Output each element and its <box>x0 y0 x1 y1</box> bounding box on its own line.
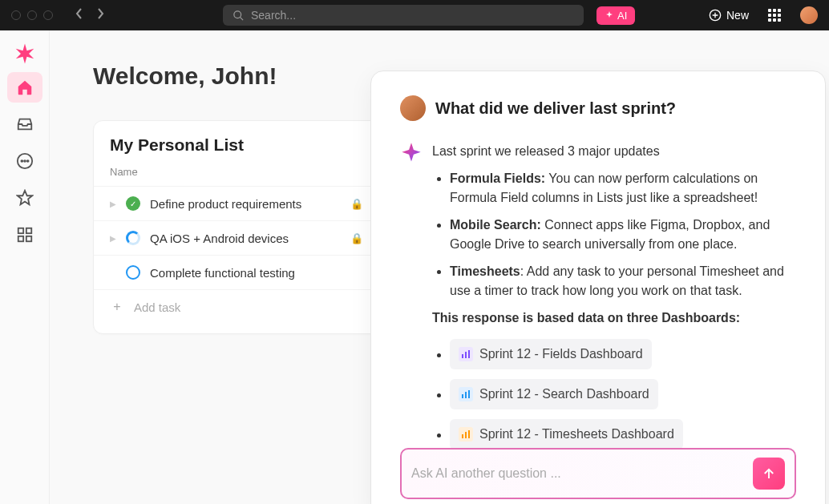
arrow-up-icon <box>762 466 776 481</box>
app-logo[interactable] <box>13 42 37 66</box>
search-icon <box>233 10 245 22</box>
status-open-icon[interactable] <box>126 265 140 280</box>
task-row[interactable]: ▶ Complete functional testing <box>94 255 379 289</box>
grid-icon <box>16 226 34 244</box>
titlebar-right: New <box>709 6 818 24</box>
ai-update-item: Formula Fields: You can now perform calc… <box>450 169 796 208</box>
svg-rect-6 <box>18 228 22 233</box>
chevron-right-icon: ▶ <box>110 200 116 208</box>
name-column-header: Name <box>94 166 379 186</box>
sidebar-favorites[interactable] <box>7 183 42 213</box>
user-avatar[interactable] <box>800 6 818 24</box>
chevron-right-icon: ▶ <box>110 234 116 243</box>
user-avatar-small <box>400 95 426 121</box>
svg-rect-14 <box>465 392 467 398</box>
search-input[interactable]: Search... <box>223 5 584 26</box>
svg-rect-13 <box>462 394 463 398</box>
dashboard-link[interactable]: Sprint 12 - Search Dashboard <box>450 379 658 409</box>
inbox-icon <box>16 115 34 133</box>
dashboard-link[interactable]: Sprint 12 - Timesheets Dashboard <box>450 419 683 448</box>
ai-question-text: What did we deliver last sprint? <box>435 99 676 118</box>
add-task-label: Add task <box>134 300 180 314</box>
list-title: My Personal List <box>94 135 379 166</box>
svg-point-4 <box>24 160 26 162</box>
search-placeholder: Search... <box>251 9 296 22</box>
new-label: New <box>726 9 749 22</box>
task-row[interactable]: ▶ ✓ Define product requirements 🔒 <box>94 186 379 220</box>
ai-sparkle-icon <box>400 142 423 448</box>
svg-rect-17 <box>465 432 467 438</box>
ai-update-item: Mobile Search: Connect apps like Figma, … <box>450 216 796 254</box>
ai-intro: Last sprint we released 3 major updates <box>432 142 796 161</box>
ai-input[interactable] <box>411 466 745 481</box>
more-icon <box>16 152 34 170</box>
svg-rect-15 <box>468 390 470 398</box>
task-name: Define product requirements <box>150 197 301 211</box>
apps-menu-icon[interactable] <box>768 9 781 22</box>
lock-icon: 🔒 <box>350 232 363 244</box>
minimize-window[interactable] <box>27 10 37 20</box>
chart-icon <box>459 387 473 401</box>
ai-answer: Last sprint we released 3 major updates … <box>400 142 796 448</box>
svg-rect-16 <box>462 434 463 438</box>
chart-icon <box>459 347 473 361</box>
status-progress-icon[interactable] <box>126 231 140 245</box>
ai-button[interactable]: AI <box>596 6 635 25</box>
new-button[interactable]: New <box>709 9 749 22</box>
sidebar-home[interactable] <box>7 72 42 103</box>
titlebar: Search... AI New <box>0 0 829 30</box>
home-icon <box>16 79 34 96</box>
sidebar-dashboards[interactable] <box>7 220 42 250</box>
ai-update-item: Timesheets: Add any task to your persona… <box>450 262 796 300</box>
status-done-icon[interactable]: ✓ <box>126 196 140 211</box>
svg-rect-18 <box>468 430 470 438</box>
add-task-button[interactable]: + Add task <box>94 289 379 324</box>
plus-icon: + <box>110 300 124 314</box>
lock-icon: 🔒 <box>350 198 363 210</box>
svg-rect-7 <box>26 228 30 233</box>
ai-panel: What did we deliver last sprint? Last sp… <box>370 71 826 504</box>
svg-rect-11 <box>465 352 467 358</box>
task-name: Complete functional testing <box>150 266 295 280</box>
plus-circle-icon <box>709 9 722 22</box>
star-icon <box>16 189 34 207</box>
svg-rect-8 <box>18 236 22 241</box>
sidebar-inbox[interactable] <box>7 109 42 139</box>
dashboard-link[interactable]: Sprint 12 - Fields Dashboard <box>450 339 652 369</box>
task-name: QA iOS + Android devices <box>150 232 289 245</box>
ai-based-on: This response is based data on three Das… <box>432 308 796 328</box>
nav-forward-icon[interactable] <box>96 8 104 22</box>
send-button[interactable] <box>753 458 785 490</box>
window-controls <box>11 10 53 20</box>
svg-rect-10 <box>462 354 463 358</box>
ai-updates-list: Formula Fields: You can now perform calc… <box>450 169 796 300</box>
svg-rect-9 <box>26 236 30 241</box>
ai-question-row: What did we deliver last sprint? <box>400 95 796 121</box>
nav-arrows <box>75 8 104 22</box>
svg-rect-12 <box>468 350 470 358</box>
sidebar <box>0 30 50 504</box>
sidebar-more[interactable] <box>7 146 42 176</box>
ai-label: AI <box>617 10 627 22</box>
maximize-window[interactable] <box>43 10 53 20</box>
svg-point-3 <box>21 160 22 162</box>
nav-back-icon[interactable] <box>75 8 83 22</box>
dashboard-list: Sprint 12 - Fields Dashboard Sprint 12 -… <box>450 339 796 448</box>
personal-list-card: My Personal List Name ▶ ✓ Define product… <box>93 120 380 334</box>
close-window[interactable] <box>11 10 21 20</box>
chart-icon <box>459 427 473 442</box>
sparkle-icon <box>605 10 614 20</box>
svg-point-5 <box>26 160 28 162</box>
task-row[interactable]: ▶ QA iOS + Android devices 🔒 <box>94 220 379 255</box>
ai-input-container <box>400 448 796 499</box>
svg-point-0 <box>234 10 241 18</box>
